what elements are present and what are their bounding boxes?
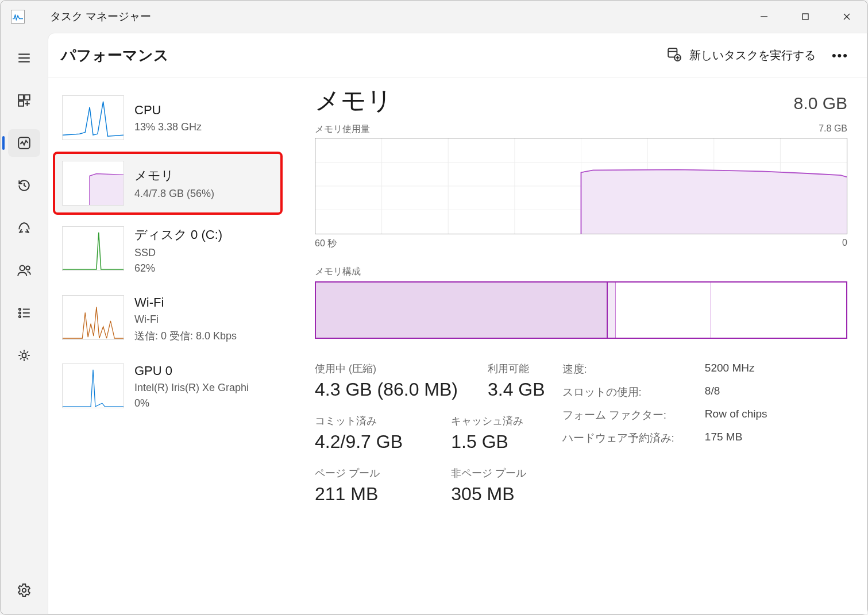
- stats-right: 速度: 5200 MHz スロットの使用: 8/8 フォーム ファクター: Ro…: [562, 362, 781, 505]
- app-icon: [11, 10, 25, 24]
- body: パフォーマンス 新しいタスクを実行する •••: [1, 33, 867, 614]
- cpu-thumb-icon: [62, 95, 124, 140]
- svg-rect-8: [25, 95, 30, 100]
- svg-point-11: [20, 265, 25, 270]
- perf-item-name: ディスク 0 (C:): [134, 226, 222, 243]
- stat-label: キャッシュ済み: [451, 414, 545, 428]
- memory-usage-chart[interactable]: [315, 138, 847, 234]
- window: タスク マネージャー: [0, 0, 868, 615]
- stat-value: 4.2/9.7 GB: [315, 431, 421, 452]
- perf-item-sub: Intel(R) Iris(R) Xe Graphi: [134, 382, 249, 394]
- nav-users[interactable]: [8, 257, 40, 284]
- wifi-thumb-icon: [62, 295, 124, 340]
- detail-title: メモリ: [315, 84, 392, 118]
- perf-item-cpu[interactable]: CPU 13% 3.38 GHz: [53, 86, 283, 149]
- window-title: タスク マネージャー: [50, 9, 151, 24]
- stat-value: 211 MB: [315, 484, 421, 505]
- perf-item-wifi[interactable]: Wi-Fi Wi-Fi 送信: 0 受信: 8.0 Kbps: [53, 286, 283, 352]
- spec-key: スロットの使用:: [562, 385, 688, 400]
- content-body: CPU 13% 3.38 GHz メモリ 4.4/7.8 GB (56%): [48, 78, 867, 614]
- titlebar: タスク マネージャー: [1, 1, 867, 33]
- nav-settings[interactable]: [8, 577, 40, 604]
- nav-performance[interactable]: [8, 129, 40, 157]
- perf-item-disk[interactable]: ディスク 0 (C:) SSD 62%: [53, 217, 283, 284]
- stat-label: 使用中 (圧縮): [315, 362, 458, 376]
- nav-details[interactable]: [8, 299, 40, 327]
- svg-rect-10: [18, 137, 30, 149]
- perf-item-name: メモリ: [134, 167, 214, 184]
- page-title: パフォーマンス: [61, 45, 169, 65]
- perf-item-name: GPU 0: [134, 363, 249, 378]
- stat-value: 4.3 GB (86.0 MB): [315, 379, 458, 400]
- spec-value: 175 MB: [705, 431, 781, 446]
- perf-item-sub2: 送信: 0 受信: 8.0 Kbps: [134, 329, 237, 343]
- perf-item-memory[interactable]: メモリ 4.4/7.8 GB (56%): [53, 152, 283, 215]
- composition-label: メモリ構成: [315, 266, 847, 278]
- memory-detail: メモリ 8.0 GB メモリ使用量 7.8 GB: [286, 78, 867, 614]
- content-header: パフォーマンス 新しいタスクを実行する •••: [48, 33, 867, 78]
- x-axis-right: 0: [842, 238, 847, 250]
- detail-capacity: 8.0 GB: [794, 94, 847, 113]
- minimize-button[interactable]: [743, 1, 785, 33]
- maximize-button[interactable]: [785, 1, 826, 33]
- svg-point-12: [26, 266, 30, 270]
- perf-item-sub: SSD: [134, 247, 222, 259]
- stat-value: 3.4 GB: [488, 379, 545, 400]
- comp-seg-modified: [608, 283, 616, 338]
- x-axis-left: 60 秒: [315, 238, 337, 250]
- perf-item-sub: 13% 3.38 GHz: [134, 121, 202, 133]
- nav-services[interactable]: [8, 342, 40, 369]
- spec-key: ハードウェア予約済み:: [562, 431, 688, 446]
- perf-item-gpu[interactable]: GPU 0 Intel(R) Iris(R) Xe Graphi 0%: [53, 354, 283, 419]
- comp-seg-in-use: [316, 283, 608, 338]
- close-button[interactable]: [826, 1, 867, 33]
- spec-key: フォーム ファクター:: [562, 408, 688, 423]
- usage-chart-label: メモリ使用量: [315, 123, 370, 136]
- nav-rail: [1, 33, 48, 614]
- nav-processes[interactable]: [8, 87, 40, 114]
- memory-thumb-icon: [62, 161, 124, 206]
- run-new-task-button[interactable]: 新しいタスクを実行する: [666, 47, 816, 64]
- hamburger-button[interactable]: [8, 44, 40, 72]
- stat-label: 非ページ プール: [451, 466, 545, 480]
- content: パフォーマンス 新しいタスクを実行する •••: [48, 33, 867, 614]
- stat-value: 305 MB: [451, 484, 545, 505]
- svg-rect-9: [18, 101, 24, 106]
- stat-value: 1.5 GB: [451, 431, 545, 452]
- disk-thumb-icon: [62, 226, 124, 271]
- perf-item-sub: 4.4/7.8 GB (56%): [134, 188, 214, 200]
- stats-left: 使用中 (圧縮) 4.3 GB (86.0 MB) 利用可能 3.4 GB: [315, 362, 545, 505]
- perf-item-name: CPU: [134, 103, 202, 118]
- usage-chart-max: 7.8 GB: [819, 123, 847, 136]
- nav-startup[interactable]: [8, 214, 40, 242]
- spec-key: 速度:: [562, 362, 688, 377]
- svg-point-19: [22, 589, 26, 593]
- nav-app-history[interactable]: [8, 172, 40, 199]
- window-controls: [743, 1, 867, 33]
- stat-label: 利用可能: [488, 362, 545, 376]
- perf-item-sub: Wi-Fi: [134, 314, 237, 326]
- svg-point-14: [19, 312, 21, 314]
- perf-item-sub2: 0%: [134, 397, 249, 409]
- svg-rect-7: [18, 95, 24, 100]
- more-button[interactable]: •••: [828, 48, 852, 63]
- svg-rect-1: [803, 14, 808, 20]
- perf-item-name: Wi-Fi: [134, 295, 237, 310]
- spec-value: 8/8: [705, 385, 781, 400]
- spec-value: Row of chips: [705, 408, 781, 423]
- run-task-icon: [666, 47, 681, 64]
- stat-label: コミット済み: [315, 414, 421, 428]
- svg-point-15: [19, 316, 21, 318]
- perf-item-sub2: 62%: [134, 262, 222, 274]
- memory-composition-bar[interactable]: [315, 281, 847, 339]
- spec-value: 5200 MHz: [705, 362, 781, 377]
- comp-seg-free: [711, 283, 846, 338]
- stat-label: ページ プール: [315, 466, 421, 480]
- run-task-label: 新しいタスクを実行する: [689, 48, 816, 63]
- comp-seg-standby: [616, 283, 711, 338]
- gpu-thumb-icon: [62, 363, 124, 408]
- performance-list: CPU 13% 3.38 GHz メモリ 4.4/7.8 GB (56%): [48, 78, 286, 614]
- svg-point-13: [19, 308, 21, 310]
